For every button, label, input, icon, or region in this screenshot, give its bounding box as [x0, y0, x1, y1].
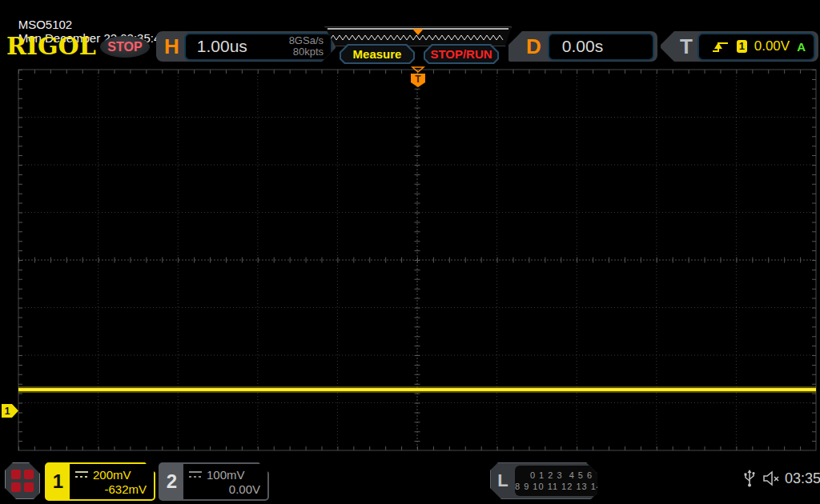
channel1-marker-label: 1 [5, 406, 10, 417]
channel2-status-button[interactable]: 2 100mV 0.00V [159, 462, 269, 501]
channel1-scale: 200mV [93, 468, 131, 482]
channel1-offset: -632mV [70, 482, 154, 496]
graticule: T 1 [0, 0, 820, 504]
clock-text: 03:35 [785, 470, 820, 487]
logic-channels-button[interactable]: L 0 1 2 3 4 5 6 7 8 9 10 11 12 13 14 15 [490, 462, 597, 499]
channel1-status-button[interactable]: 1 200mV -632mV [45, 462, 155, 501]
trigger-marker-label: T [415, 74, 421, 85]
channel1-number: 1 [46, 464, 70, 499]
oscilloscope-screen: MSO5102 Mon December 22 03:35:42 2025 RI… [0, 0, 820, 504]
dc-coupling-icon [75, 471, 88, 478]
center-axes [18, 70, 816, 450]
dc-coupling-icon [189, 471, 202, 478]
grid-menu-icon [6, 463, 39, 498]
usb-icon [743, 469, 756, 488]
speaker-muted-icon[interactable] [762, 470, 782, 486]
channel2-number: 2 [160, 464, 183, 499]
channel2-offset: 0.00V [183, 482, 267, 496]
channel2-scale: 100mV [207, 468, 245, 482]
logic-row1: 0 1 2 3 4 5 6 7 [530, 470, 601, 481]
channel1-level-marker[interactable]: 1 [2, 404, 18, 418]
